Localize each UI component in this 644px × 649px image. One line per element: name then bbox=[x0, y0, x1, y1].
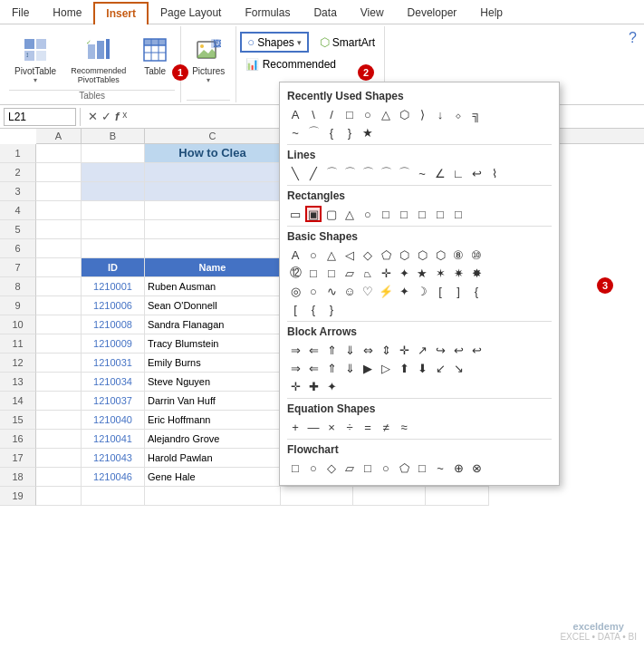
ba-r3[interactable]: ▶ bbox=[360, 360, 376, 376]
ba-down[interactable]: ⇓ bbox=[341, 342, 358, 358]
ba-r8[interactable]: ↘ bbox=[450, 360, 466, 376]
line-connector[interactable]: ↩ bbox=[468, 165, 485, 181]
tab-file[interactable]: File bbox=[0, 2, 41, 24]
ba-ud[interactable]: ⇕ bbox=[378, 342, 394, 358]
bs-sun[interactable]: ✦ bbox=[396, 283, 412, 299]
line-angle1[interactable]: ∠ bbox=[432, 165, 448, 181]
cell[interactable] bbox=[145, 239, 281, 258]
ba-r7[interactable]: ↙ bbox=[432, 360, 448, 376]
confirm-formula-icon[interactable]: ✓ bbox=[101, 110, 111, 123]
ba-r6[interactable]: ⬇ bbox=[414, 360, 430, 376]
eq-div[interactable]: ÷ bbox=[341, 419, 358, 435]
rect-plain4[interactable]: □ bbox=[414, 206, 430, 222]
fc-sumjunction[interactable]: ⊕ bbox=[450, 460, 466, 476]
tab-view[interactable]: View bbox=[349, 2, 396, 24]
line-curve4[interactable]: ⌒ bbox=[378, 165, 394, 181]
shape-triangle[interactable]: △ bbox=[378, 106, 394, 122]
rect-fold[interactable]: ○ bbox=[360, 206, 376, 222]
shape-line-diag1[interactable]: \ bbox=[305, 106, 322, 122]
ba-r5[interactable]: ⬆ bbox=[396, 360, 412, 376]
insert-function-icon[interactable]: f bbox=[115, 110, 119, 123]
bs-trap[interactable]: ⏢ bbox=[360, 265, 376, 281]
ba-l2[interactable]: ⇐ bbox=[305, 360, 322, 376]
cell[interactable] bbox=[36, 449, 82, 468]
rect-plain5[interactable]: □ bbox=[432, 206, 448, 222]
bs-hexagon[interactable]: ⬡ bbox=[396, 247, 412, 263]
cell[interactable] bbox=[36, 430, 82, 449]
recommended-pivottables-button[interactable]: ✓ RecommendedPivotTables bbox=[65, 32, 131, 88]
line-curve6[interactable]: ~ bbox=[414, 165, 430, 181]
shape-oval[interactable]: ○ bbox=[360, 106, 376, 122]
line-straight2[interactable]: ╱ bbox=[305, 165, 322, 181]
ba-left[interactable]: ⇐ bbox=[305, 342, 322, 358]
bs-pentagon[interactable]: ⬠ bbox=[378, 247, 394, 263]
table-button[interactable]: Table bbox=[135, 32, 175, 80]
rect-plain3[interactable]: □ bbox=[396, 206, 412, 222]
bs-star8[interactable]: ✸ bbox=[468, 265, 485, 281]
line-angle2[interactable]: ∟ bbox=[450, 165, 466, 181]
cell[interactable] bbox=[145, 163, 281, 182]
bs-12[interactable]: ⑫ bbox=[287, 265, 303, 281]
shape-brace-r[interactable]: } bbox=[341, 124, 358, 140]
tab-home[interactable]: Home bbox=[41, 2, 93, 24]
cell[interactable] bbox=[36, 411, 82, 430]
tab-data[interactable]: Data bbox=[302, 2, 348, 24]
shape-curve[interactable]: ~ bbox=[287, 124, 303, 140]
bs-brace2[interactable]: [ bbox=[287, 301, 303, 317]
bs-bracket-l[interactable]: [ bbox=[432, 283, 448, 299]
help-button[interactable]: ? bbox=[625, 26, 640, 102]
eq-notequal[interactable]: ≠ bbox=[378, 419, 394, 435]
bs-circle8[interactable]: ⑧ bbox=[450, 247, 466, 263]
bs-triangle[interactable]: △ bbox=[323, 247, 340, 263]
cell[interactable] bbox=[36, 144, 82, 163]
ba-u2[interactable]: ⇑ bbox=[323, 360, 340, 376]
cell[interactable] bbox=[281, 487, 353, 506]
eq-approx[interactable]: ≈ bbox=[396, 419, 412, 435]
cell[interactable] bbox=[82, 201, 145, 220]
bs-brace3[interactable]: { bbox=[305, 301, 322, 317]
shape-arc[interactable]: ⌒ bbox=[305, 124, 322, 140]
eq-equal[interactable]: = bbox=[360, 419, 376, 435]
cell[interactable] bbox=[82, 163, 145, 182]
tab-insert[interactable]: Insert bbox=[93, 2, 149, 24]
line-straight[interactable]: ╲ bbox=[287, 165, 303, 181]
line-curve3[interactable]: ⌒ bbox=[360, 165, 376, 181]
cell[interactable] bbox=[36, 296, 82, 315]
cancel-formula-icon[interactable]: ✕ bbox=[88, 110, 98, 123]
cell[interactable] bbox=[36, 277, 82, 296]
rect-plain[interactable]: ▭ bbox=[287, 206, 303, 222]
bs-para[interactable]: ▱ bbox=[341, 265, 358, 281]
cell[interactable] bbox=[36, 201, 82, 220]
cell[interactable] bbox=[426, 487, 489, 506]
fc-card[interactable]: □ bbox=[414, 460, 430, 476]
ba-uturn2[interactable]: ↩ bbox=[468, 342, 485, 358]
fc-offpage[interactable]: ⬠ bbox=[396, 460, 412, 476]
bs-brace[interactable]: { bbox=[468, 283, 485, 299]
shape-diamond[interactable]: ⬦ bbox=[450, 106, 466, 122]
bs-star6[interactable]: ✶ bbox=[432, 265, 448, 281]
bs-heart[interactable]: ♡ bbox=[360, 283, 376, 299]
tab-formulas[interactable]: Formulas bbox=[233, 2, 302, 24]
rect-round[interactable]: ▢ bbox=[323, 206, 340, 222]
shape-line-diag2[interactable]: / bbox=[323, 106, 340, 122]
cell[interactable] bbox=[82, 144, 145, 163]
cell[interactable] bbox=[82, 239, 145, 258]
line-curve5[interactable]: ⌒ bbox=[396, 165, 412, 181]
shape-arrow-down[interactable]: ↓ bbox=[432, 106, 448, 122]
cell[interactable] bbox=[82, 220, 145, 239]
cell[interactable] bbox=[36, 468, 82, 487]
ba-uturn[interactable]: ↩ bbox=[450, 342, 466, 358]
bs-lightning[interactable]: ⚡ bbox=[378, 283, 394, 299]
shape-corner[interactable]: ╗ bbox=[468, 106, 485, 122]
pivot-table-button[interactable]: ↕ PivotTable ▾ bbox=[9, 32, 62, 88]
cell[interactable] bbox=[36, 354, 82, 373]
shapes-dropdown-button[interactable]: ○ Shapes ▾ bbox=[240, 32, 309, 53]
tab-developer[interactable]: Developer bbox=[396, 2, 469, 24]
bs-moon[interactable]: ☽ bbox=[414, 283, 430, 299]
fc-predefined[interactable]: □ bbox=[360, 460, 376, 476]
pictures-button[interactable]: 🖼 Pictures ▾ bbox=[187, 32, 230, 88]
bs-cross[interactable]: ✛ bbox=[378, 265, 394, 281]
cell[interactable] bbox=[36, 334, 82, 354]
cell[interactable] bbox=[36, 315, 82, 334]
line-curve2[interactable]: ⌒ bbox=[341, 165, 358, 181]
